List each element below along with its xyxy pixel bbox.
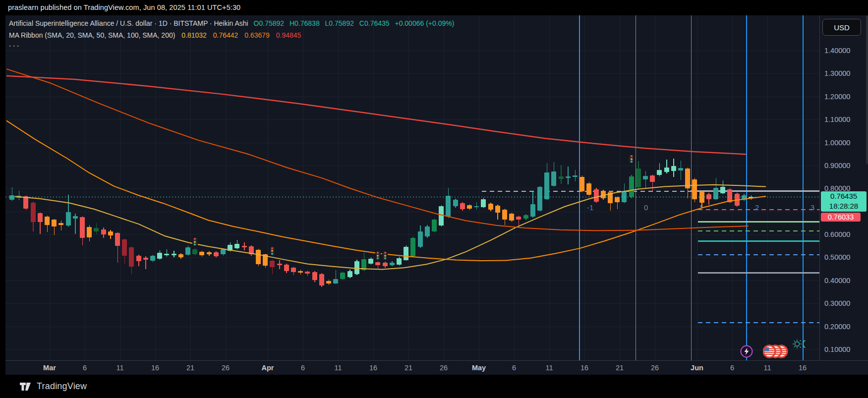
time-tick: 6 (512, 364, 516, 372)
symbol-title: Artificial Superintelligence Alliance / … (9, 19, 248, 27)
indicator-name: MA Ribbon (SMA, 20, SMA, 50, SMA, 100, S… (9, 31, 175, 39)
time-tick: 11 (545, 364, 553, 372)
sma50-value: 0.76442 (213, 31, 238, 39)
flags-emoji-drawing[interactable] (763, 344, 795, 360)
time-tick: Mar (43, 364, 56, 372)
time-tick: 16 (151, 364, 159, 372)
tradingview-logo-text: TradingView (37, 381, 87, 392)
chart-plot-area[interactable]: -10123 (5, 15, 819, 360)
sma-200-line (6, 76, 746, 154)
price-tick: 0.10000 (824, 345, 850, 353)
price-tick: 0.50000 (824, 253, 850, 261)
price-tick: 0.30000 (824, 299, 850, 307)
sma100-value: 0.63679 (244, 31, 270, 39)
bar-close-countdown: 18:28:28 (821, 201, 867, 211)
barcount-label: 1 (699, 203, 703, 212)
price-axis[interactable]: USD 1.400001.300001.200001.100001.000000… (819, 15, 868, 375)
ohlc-open: O0.75892 (254, 19, 285, 27)
price-tick: 0.90000 (824, 162, 850, 170)
price-tick: 1.20000 (824, 93, 850, 101)
price-tick: 0.60000 (824, 230, 850, 238)
price-tick: 0.40000 (824, 277, 850, 284)
time-tick: 6 (83, 364, 87, 372)
tradingview-logo-icon (20, 383, 33, 391)
current-price-value: 0.76435 (821, 191, 867, 201)
time-axis[interactable]: Mar611162126Apr611162126May611162126Jun6… (5, 360, 868, 375)
time-tick: 6 (730, 364, 734, 372)
time-tick: 21 (405, 364, 412, 372)
ma-ribbon-lines (5, 15, 819, 360)
scrollbar-thumb[interactable] (866, 15, 868, 164)
sma20-value: 0.81032 (181, 31, 207, 39)
time-tick: Apr (262, 364, 274, 372)
more-indicators-ellipsis-button[interactable]: ··· (9, 42, 21, 50)
time-tick: 26 (651, 364, 659, 372)
footer-bar: TradingView (0, 375, 868, 398)
sma200-value: 0.94845 (276, 31, 301, 39)
sma-100-line (6, 69, 749, 230)
time-tick: 16 (369, 364, 377, 372)
ohlc-low: L0.75892 (325, 19, 354, 27)
tradingview-logo[interactable]: TradingView (20, 381, 87, 392)
sma-50-line (6, 120, 766, 260)
secondary-price-label: 0.76033 (821, 213, 861, 222)
barcount-label: 3 (810, 203, 814, 212)
barcount-label: 2 (755, 203, 759, 212)
legend-symbol-row[interactable]: Artificial Superintelligence Alliance / … (9, 19, 454, 27)
current-price-label: 0.76435 18:28:28 (821, 191, 867, 212)
time-tick: 26 (222, 364, 230, 372)
price-tick: 1.00000 (824, 139, 850, 147)
traffic-light-marker (375, 251, 381, 261)
time-tick: 16 (580, 364, 588, 372)
time-tick: 11 (334, 364, 342, 372)
price-tick: 1.40000 (824, 47, 850, 55)
traffic-light-marker (629, 154, 634, 164)
legend-indicator-row[interactable]: MA Ribbon (SMA, 20, SMA, 50, SMA, 100, S… (9, 31, 454, 39)
traffic-light-marker (270, 246, 275, 256)
time-tick: 16 (799, 364, 807, 372)
time-tick: 11 (116, 364, 123, 372)
ohlc-close: C0.76435 (359, 19, 390, 27)
tradingview-snapshot: praslearn published on TradingView.com, … (0, 0, 868, 398)
time-tick: 21 (616, 364, 624, 372)
barcount-label: 0 (644, 203, 648, 212)
chart-legend: Artificial Superintelligence Alliance / … (9, 19, 454, 39)
sma-20-line (15, 185, 766, 270)
time-tick: 21 (186, 364, 194, 372)
lightning-emoji-drawing[interactable] (740, 345, 753, 360)
barcount-label: -1 (587, 203, 593, 212)
price-tick: 1.10000 (824, 115, 850, 123)
traffic-light-marker (382, 251, 388, 261)
time-tick: May (472, 364, 486, 372)
time-tick: 26 (440, 364, 448, 372)
publish-bar: praslearn published on TradingView.com, … (0, 0, 868, 15)
time-tick: 6 (301, 364, 305, 372)
ohlc-change: +0.00066 (+0.09%) (395, 19, 454, 27)
price-tick: 1.30000 (824, 69, 850, 77)
ohlc-high: H0.76838 (289, 19, 320, 27)
price-tick: 0.20000 (824, 323, 850, 331)
publish-text: praslearn published on TradingView.com, … (8, 3, 240, 11)
sun-moon-emoji-drawing[interactable] (792, 339, 808, 351)
time-tick: 11 (763, 364, 771, 372)
time-tick: Jun (691, 364, 703, 372)
traffic-light-marker (192, 237, 198, 247)
currency-toggle-button[interactable]: USD (822, 19, 861, 36)
